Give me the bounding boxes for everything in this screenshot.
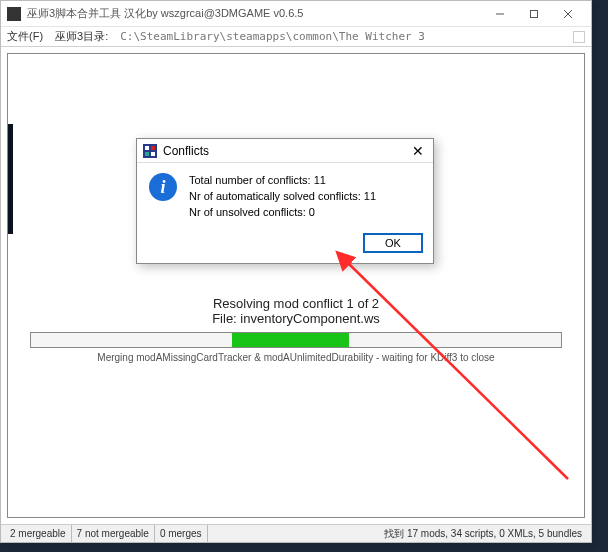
progress-status-line1: Resolving mod conflict 1 of 2 [8, 296, 584, 311]
dialog-message: Total number of conflicts: 11 Nr of auto… [189, 173, 376, 221]
info-icon: i [149, 173, 177, 201]
conflict-unsolved: Nr of unsolved conflicts: 0 [189, 205, 376, 221]
progress-area: Resolving mod conflict 1 of 2 File: inve… [8, 296, 584, 363]
statusbar: 2 mergeable 7 not mergeable 0 merges 找到 … [1, 524, 591, 542]
client-area: Resolving mod conflict 1 of 2 File: inve… [1, 47, 591, 524]
game-path: C:\SteamLibrary\steamapps\common\The Wit… [120, 30, 425, 43]
ok-button[interactable]: OK [363, 233, 423, 253]
svg-rect-7 [145, 152, 149, 156]
dir-label: 巫师3目录: [55, 29, 108, 44]
status-merges: 0 merges [155, 525, 208, 542]
minimize-button[interactable] [483, 4, 517, 24]
path-browse-button[interactable] [573, 31, 585, 43]
menubar: 文件(F) 巫师3目录: C:\SteamLibrary\steamapps\c… [1, 27, 591, 47]
svg-rect-1 [531, 10, 538, 17]
app-window: 巫师3脚本合并工具 汉化by wszgrcai@3DMGAME v0.6.5 文… [0, 0, 592, 543]
conflict-auto: Nr of automatically solved conflicts: 11 [189, 189, 376, 205]
progress-bar [30, 332, 562, 348]
merge-status: Merging modAMissingCardTracker & modAUnl… [8, 352, 584, 363]
titlebar: 巫师3脚本合并工具 汉化by wszgrcai@3DMGAME v0.6.5 [1, 1, 591, 27]
dialog-body: i Total number of conflicts: 11 Nr of au… [137, 163, 433, 227]
menu-file[interactable]: 文件(F) [7, 29, 43, 44]
status-mergeable: 2 mergeable [5, 525, 72, 542]
side-strip [8, 124, 13, 234]
maximize-button[interactable] [517, 4, 551, 24]
content-frame: Resolving mod conflict 1 of 2 File: inve… [7, 53, 585, 518]
dialog-close-button[interactable]: ✕ [409, 143, 427, 159]
svg-rect-5 [145, 146, 149, 150]
app-icon [7, 7, 21, 21]
progress-fill [232, 333, 349, 347]
dialog-title-text: Conflicts [163, 144, 409, 158]
progress-status-line2: File: inventoryComponent.ws [8, 311, 584, 326]
kdiff-icon [143, 144, 157, 158]
dialog-buttons: OK [137, 227, 433, 263]
window-title: 巫师3脚本合并工具 汉化by wszgrcai@3DMGAME v0.6.5 [27, 6, 483, 21]
close-button[interactable] [551, 4, 585, 24]
status-not-mergeable: 7 not mergeable [72, 525, 155, 542]
status-summary: 找到 17 mods, 34 scripts, 0 XMLs, 5 bundle… [379, 527, 587, 541]
conflicts-dialog: Conflicts ✕ i Total number of conflicts:… [136, 138, 434, 264]
window-controls [483, 4, 585, 24]
svg-rect-6 [151, 146, 155, 150]
svg-line-9 [346, 261, 568, 479]
dialog-titlebar: Conflicts ✕ [137, 139, 433, 163]
conflict-total: Total number of conflicts: 11 [189, 173, 376, 189]
svg-rect-8 [151, 152, 155, 156]
